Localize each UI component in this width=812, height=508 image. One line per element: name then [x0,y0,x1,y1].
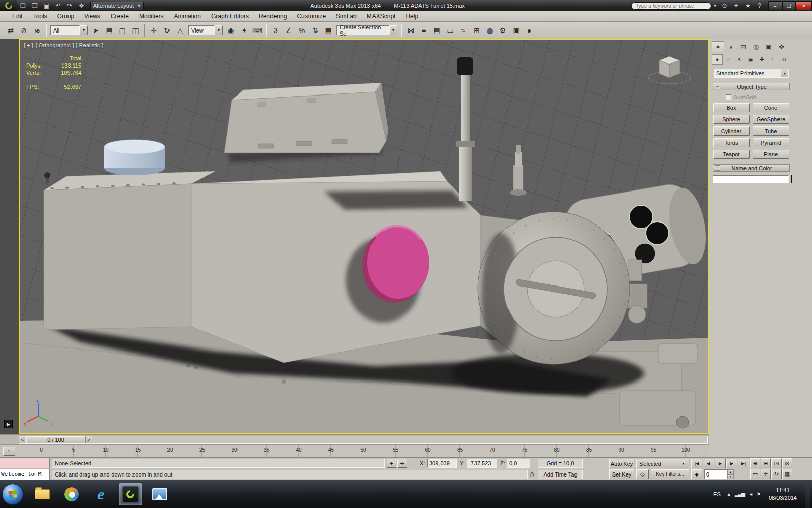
spinner-down-icon[interactable]: ▼ [727,474,734,480]
menu-item[interactable]: Animation [169,11,206,21]
angle-snap-icon[interactable]: ∠ [282,24,295,37]
3dsmax-taskbar-icon[interactable] [119,483,142,505]
play-icon[interactable]: ▶ [715,459,726,468]
spacewarps-category-icon[interactable]: ≈ [767,54,779,65]
menu-item[interactable]: Edit [7,11,28,21]
chevron-down-icon[interactable]: ▼ [80,25,88,35]
bind-to-space-warp-icon[interactable]: ≋ [30,24,44,37]
unlink-selection-icon[interactable]: ⊘ [17,24,30,37]
menu-item[interactable]: Create [106,11,134,21]
spinner-snap-icon[interactable]: ⇅ [309,24,322,37]
box-button[interactable]: Box [713,103,750,112]
new-key-tangent-icon[interactable]: ◇ [636,469,649,479]
pan-icon[interactable]: ✛ [761,469,771,479]
key-filters-button[interactable]: Key Filters... [651,469,689,479]
material-editor-icon[interactable]: ◍ [483,24,496,37]
name-color-rollout-header[interactable]: − Name and Color [713,164,790,172]
maximize-button[interactable]: ❐ [782,1,796,10]
explorer-taskbar-icon[interactable] [30,483,54,505]
menu-item[interactable]: Customize [292,11,331,21]
menu-item[interactable]: Graph Editors [206,11,254,21]
start-button[interactable] [2,484,23,505]
chevron-down-icon[interactable]: ▼ [389,25,397,35]
time-slider-thumb[interactable]: 0 / 100 [26,436,85,443]
object-type-rollout-header[interactable]: − Object Type [713,83,790,90]
absolute-offset-toggle-icon[interactable]: ✛ [397,459,407,468]
search-input[interactable] [631,2,712,10]
goto-end-icon[interactable]: ▶| [738,459,749,468]
viewport-menu-plus[interactable]: [ + ] [24,42,33,48]
favorites-icon[interactable]: ★ [742,1,754,10]
display-tab-icon[interactable]: ▣ [762,41,775,52]
viewport-menu-view[interactable]: [ Orthographic ] [36,42,74,48]
object-name-input[interactable] [713,175,789,183]
autogrid-checkbox[interactable] [726,94,731,100]
previous-frame-arrow[interactable]: < [19,436,26,443]
minimize-button[interactable]: – [768,1,782,10]
menu-item[interactable]: Tools [28,11,52,21]
cameras-category-icon[interactable]: ◉ [745,54,756,65]
object-color-swatch[interactable] [791,175,792,183]
window-crossing-icon[interactable]: ◫ [129,24,142,37]
viewcube[interactable] [645,51,694,87]
image-viewer-taskbar-icon[interactable] [148,483,172,505]
geosphere-button[interactable]: GeoSphere [753,115,789,124]
menu-item[interactable]: Modifiers [134,11,169,21]
tube-button[interactable]: Tube [753,126,789,136]
rectangular-selection-icon[interactable]: ▢ [116,24,129,37]
undo-icon[interactable]: ↶ [52,1,64,10]
close-button[interactable]: ✕ [796,1,812,10]
select-by-name-icon[interactable]: ▤ [103,24,116,37]
frame-number-input[interactable] [704,469,727,479]
zoom-region-icon[interactable]: ▭ [750,469,760,479]
pyramid-button[interactable]: Pyramid [753,138,789,147]
help-icon[interactable]: ? [754,1,765,10]
systems-category-icon[interactable]: ⊚ [779,54,790,65]
torus-button[interactable]: Torus [713,138,750,147]
taskbar-clock[interactable]: 11:41 08/03/2014 [765,487,801,502]
maxscript-mini-listener[interactable]: Welcome to M [0,469,50,480]
collapse-icon[interactable]: − [715,165,720,171]
menu-item[interactable]: MAXScript [362,11,401,21]
y-coordinate-field[interactable]: -737,523 [467,459,497,468]
3dsmax-app-icon[interactable] [0,0,17,11]
use-pivot-point-icon[interactable]: ◉ [224,24,238,37]
viewport[interactable]: [ + ] [ Orthographic ] [ Realistic ] Tot… [19,39,709,434]
macro-recorder-pane[interactable] [0,458,50,469]
select-and-scale-icon[interactable]: △ [174,24,187,37]
schematic-view-icon[interactable]: ⊞ [470,24,483,37]
maximize-viewport-icon[interactable]: ▦ [782,469,792,479]
motion-tab-icon[interactable]: ◎ [750,41,762,52]
menu-item[interactable]: Rendering [254,11,292,21]
infocenter-search-icon[interactable]: ⊙ [719,1,730,10]
menu-item[interactable]: SimLab [331,11,362,21]
named-selection-dropdown[interactable]: Create Selection Se ▼ [336,25,397,35]
select-and-move-icon[interactable]: ✛ [147,24,160,37]
mini-curve-editor-button[interactable]: ≈ [3,447,15,456]
zoom-extents-icon[interactable]: ⊡ [771,458,782,468]
next-frame-icon[interactable]: ▶ [726,459,737,468]
chevron-down-icon[interactable]: ▼ [682,462,689,465]
edit-named-selection-sets-icon[interactable]: ▦ [322,24,335,37]
add-time-tag[interactable]: Add Time Tag [538,470,583,479]
internet-explorer-taskbar-icon[interactable]: e [89,483,113,505]
align-icon[interactable]: ≡ [417,24,430,37]
curve-editor-icon[interactable]: ≈ [457,24,470,37]
network-icon[interactable]: ▂▄▆ [735,492,745,497]
action-center-icon[interactable]: ⚑ [757,492,761,497]
spinner-up-icon[interactable]: ▲ [727,469,734,474]
z-coordinate-field[interactable]: 0,0 [507,459,530,468]
show-desktop-button[interactable] [805,480,810,508]
rendered-frame-icon[interactable]: ▣ [510,24,523,37]
project-folder-icon[interactable]: ❖ [76,1,87,10]
orbit-icon[interactable]: ↻ [771,469,782,479]
menu-item[interactable]: Group [52,11,79,21]
selection-lock-toggle-icon[interactable]: ✦ [387,459,396,468]
graphite-ribbon-icon[interactable]: ▭ [444,24,457,37]
lights-category-icon[interactable]: ☀ [734,54,745,65]
key-mode-dropdown[interactable]: Selected ▼ [636,459,689,468]
helpers-category-icon[interactable]: ✚ [756,54,767,65]
x-coordinate-field[interactable]: 309,039 [427,459,457,468]
save-file-icon[interactable]: ▣ [41,1,52,10]
render-setup-icon[interactable]: ⚙ [496,24,510,37]
